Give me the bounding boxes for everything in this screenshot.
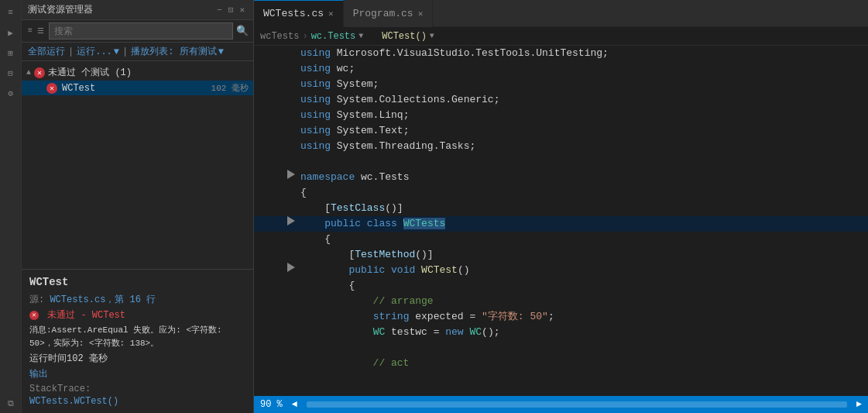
- run-all-link[interactable]: 全部运行: [28, 45, 65, 58]
- status-bar: 90 % ◄ ►: [254, 396, 868, 413]
- close-panel-button[interactable]: ✕: [237, 4, 247, 15]
- group-arrow-icon: ▲: [26, 68, 31, 77]
- scroll-left[interactable]: ◄: [292, 399, 297, 410]
- svg-marker-0: [287, 170, 295, 179]
- breadcrumb-method[interactable]: WCTest(): [382, 31, 427, 42]
- test-name: WCTest: [62, 83, 95, 94]
- sidebar-panel: ≡ ▶ ⊞ ⊟ ⚙ ⧉: [0, 0, 22, 413]
- code-line: public class WCTests: [254, 216, 868, 232]
- detail-source-row: 源: WCTests.cs，第 16 行: [29, 293, 245, 306]
- detail-runtime: 运行时间102 毫秒: [29, 352, 245, 365]
- code-line: using System.Collections.Generic;: [254, 92, 868, 108]
- detail-fail-icon: ✕: [29, 311, 39, 320]
- sidebar-icon-settings[interactable]: ⚙: [2, 84, 20, 102]
- dock-button[interactable]: ⊡: [226, 4, 236, 15]
- test-duration: 102 毫秒: [211, 82, 249, 94]
- fail-icon: ✕: [34, 67, 45, 78]
- search-icons: ≡ ☰: [26, 26, 46, 36]
- menu-icon[interactable]: ☰: [36, 26, 46, 36]
- code-line: [254, 154, 868, 170]
- code-line: using System.Linq;: [254, 108, 868, 123]
- sidebar-icon-filter[interactable]: ⊞: [2, 43, 20, 62]
- code-line: [TestClass()]: [254, 201, 868, 216]
- failed-group-header[interactable]: ▲ ✕ 未通过 个测试 (1): [22, 64, 253, 81]
- search-bar: ≡ ☰ 🔍: [22, 20, 253, 43]
- svg-marker-2: [287, 263, 295, 272]
- tab-program-close[interactable]: ✕: [418, 9, 424, 19]
- tab-wctests-close[interactable]: ✕: [328, 9, 334, 19]
- breadcrumb-method-dropdown[interactable]: ▼: [430, 32, 434, 40]
- sidebar-icon-expand[interactable]: ⧉: [2, 394, 20, 413]
- code-line: [TestMethod()]: [254, 247, 868, 263]
- breadcrumb-bar: wcTests › wc.Tests ▼ WCTest() ▼: [254, 27, 868, 46]
- detail-panel: WCTest 源: WCTests.cs，第 16 行 ✕ 未通过 - WCTe…: [22, 269, 253, 413]
- test-item-wctest[interactable]: ✕ WCTest 102 毫秒: [22, 81, 253, 95]
- code-line: public void WCTest(): [254, 263, 868, 278]
- tab-wctests-label: WCTests.cs: [263, 8, 324, 19]
- stack-label: StackTrace:: [29, 384, 245, 394]
- zoom-level[interactable]: 90 %: [260, 399, 283, 410]
- code-line: using System.Threading.Tasks;: [254, 139, 868, 154]
- detail-output-link[interactable]: 输出: [29, 369, 48, 380]
- stack-link[interactable]: WCTests.WCTest(): [29, 396, 118, 407]
- test-fail-icon: ✕: [46, 83, 57, 94]
- detail-message: 消息:Assert.AreEqual 失败。应为: <字符数: 50>，实际为:…: [29, 324, 245, 349]
- run-bar: 全部运行 | 运行... ▼ | 播放列表: 所有测试 ▼: [22, 43, 253, 61]
- pin-button[interactable]: −: [214, 5, 225, 15]
- breadcrumb-namespace-dropdown[interactable]: ▼: [359, 32, 363, 40]
- failed-group: ▲ ✕ 未通过 个测试 (1) ✕ WCTest 102 毫秒: [22, 63, 253, 97]
- code-line: WC testwc = new WC();: [254, 325, 868, 340]
- run-dropdown[interactable]: 运行... ▼: [77, 45, 119, 58]
- editor-wrapper: using Microsoft.VisualStudio.TestTools.U…: [254, 46, 868, 413]
- code-editor[interactable]: using Microsoft.VisualStudio.TestTools.U…: [254, 46, 868, 396]
- code-line: using wc;: [254, 61, 868, 77]
- sidebar-icon-test[interactable]: ≡: [2, 3, 20, 22]
- group-label: 未通过 个测试 (1): [48, 66, 132, 79]
- test-explorer-title: 测试资源管理器: [28, 3, 93, 16]
- breadcrumb-namespace[interactable]: wc.Tests: [311, 31, 356, 42]
- sidebar-icon-group[interactable]: ⊟: [2, 64, 20, 82]
- test-explorer-header: 测试资源管理器 − ⊡ ✕: [22, 0, 253, 20]
- code-line: {: [254, 185, 868, 201]
- detail-title: WCTest: [29, 276, 245, 288]
- code-line: namespace wc.Tests: [254, 170, 868, 185]
- tab-bar: WCTests.cs ✕ Program.cs ✕: [254, 0, 868, 27]
- svg-marker-1: [287, 216, 295, 225]
- code-line: [254, 340, 868, 356]
- test-explorer-panel: 测试资源管理器 − ⊡ ✕ ≡ ☰ 🔍 全部运行 | 运行... ▼ | 播放列…: [22, 0, 254, 413]
- tab-wctests[interactable]: WCTests.cs ✕: [254, 0, 344, 27]
- tab-program-label: Program.cs: [353, 8, 413, 19]
- search-button[interactable]: 🔍: [236, 25, 249, 37]
- playlist-dropdown[interactable]: 播放列表: 所有测试 ▼: [131, 45, 224, 58]
- stack-section: StackTrace: WCTests.WCTest(): [29, 384, 245, 407]
- code-line: using Microsoft.VisualStudio.TestTools.U…: [254, 46, 868, 61]
- list-icon[interactable]: ≡: [26, 26, 34, 36]
- scroll-right[interactable]: ►: [856, 399, 862, 410]
- editor-area: WCTests.cs ✕ Program.cs ✕ wcTests › wc.T…: [254, 0, 868, 413]
- breadcrumb-file[interactable]: wcTests: [260, 31, 299, 42]
- detail-status-row: ✕ 未通过 - WCTest: [29, 308, 245, 322]
- code-line: using System;: [254, 77, 868, 92]
- code-line: string expected = "字符数: 50";: [254, 309, 868, 325]
- code-line: {: [254, 278, 868, 294]
- search-input[interactable]: [49, 22, 233, 40]
- code-line: using System.Text;: [254, 123, 868, 139]
- header-buttons: − ⊡ ✕: [214, 4, 247, 15]
- scroll-bar[interactable]: [307, 401, 847, 408]
- source-link[interactable]: WCTests.cs，第 16 行: [50, 294, 156, 305]
- code-line: {: [254, 232, 868, 247]
- tab-program[interactable]: Program.cs ✕: [344, 0, 434, 27]
- sidebar-icon-run[interactable]: ▶: [2, 23, 20, 42]
- test-list: ▲ ✕ 未通过 个测试 (1) ✕ WCTest 102 毫秒: [22, 61, 253, 269]
- code-line: // act: [254, 356, 868, 371]
- detail-status: 未通过 - WCTest: [47, 310, 125, 321]
- code-line: // arrange: [254, 294, 868, 309]
